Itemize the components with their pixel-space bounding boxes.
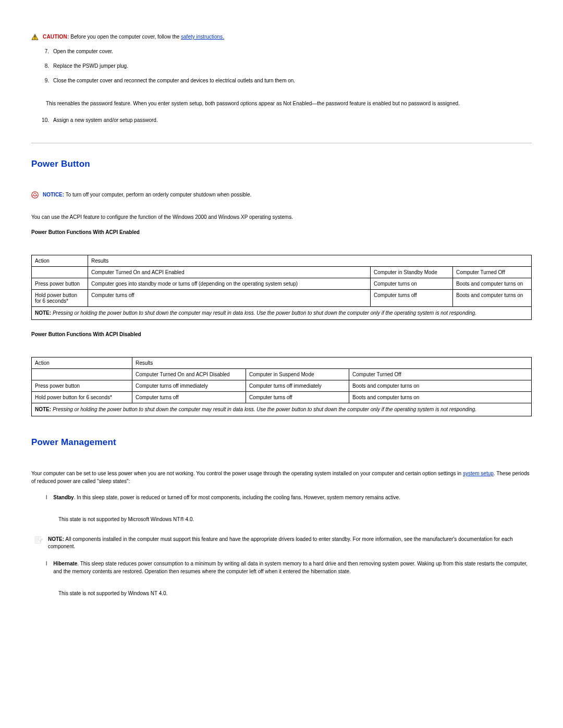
step-9-followup: This reenables the password feature. Whe… [46, 100, 532, 107]
acpi-intro: You can use the ACPI feature to configur… [31, 213, 532, 221]
hdr-results: Results [88, 255, 532, 267]
notice-label: NOTICE: [43, 192, 64, 198]
table-subheader-row: Computer Turned On and ACPI Disabled Com… [32, 369, 532, 380]
svg-rect-6 [35, 537, 41, 543]
table-header-row: Action Results [32, 255, 532, 267]
step-8: 8. Replace the PSWD jumper plug. [42, 63, 532, 70]
caution-triangle-icon [31, 34, 39, 40]
acpi-disabled-table: Action Results Computer Turned On and AC… [31, 357, 532, 416]
steps-list-2: 10. Assign a new system and/or setup pas… [31, 117, 532, 124]
caution-text: CAUTION: Before you open the computer co… [43, 33, 532, 41]
sub-standby: Computer in Standby Mode [371, 267, 453, 278]
table-subheader-row: Computer Turned On and ACPI Enabled Comp… [32, 267, 532, 278]
table-note-row: NOTE: Pressing or holding the power butt… [32, 307, 532, 320]
table-row: Press power button Computer goes into st… [32, 278, 532, 290]
sub-off: Computer Turned Off [453, 267, 532, 278]
sub-standby: Computer in Suspend Mode [246, 369, 349, 380]
caution-label: CAUTION: [43, 34, 69, 40]
steps-list: 7. Open the computer cover. 8. Replace t… [31, 48, 532, 84]
sub-off: Computer Turned Off [349, 369, 532, 380]
hdr-results: Results [132, 357, 532, 369]
bullet-icon: l [46, 493, 47, 501]
safety-instructions-link[interactable]: safety instructions. [181, 34, 224, 40]
pm-note-label: NOTE: [48, 536, 64, 542]
table-row: Hold power button for 6 seconds* Compute… [32, 290, 532, 307]
acpi-enabled-table: Action Results Computer Turned On and AC… [31, 255, 532, 320]
hibernate-name: Hibernate [53, 561, 77, 566]
hdr-action: Action [32, 357, 132, 369]
standby-name: Standby [53, 495, 74, 500]
standby-nt-note: This state is not supported by Microsoft… [58, 516, 532, 523]
bullet-icon: l [46, 560, 47, 575]
hdr-action: Action [32, 255, 88, 267]
svg-rect-1 [34, 35, 35, 38]
power-button-heading: Power Button [31, 159, 532, 169]
standby-bullet: l Standby. In this sleep state, power is… [46, 493, 532, 523]
notice-circle-icon [31, 191, 39, 199]
sub-on: Computer Turned On and ACPI Enabled [88, 267, 371, 278]
divider [31, 143, 532, 143]
table1-caption: Power Button Functions With ACPI Enabled [31, 229, 532, 235]
table-header-row: Action Results [32, 357, 532, 369]
pm-note-text: NOTE: All components installed in the co… [48, 536, 532, 550]
table-row: Press power button Computer turns off im… [32, 380, 532, 392]
table-note-row: NOTE: Pressing or holding the power butt… [32, 403, 532, 416]
step-10: 10. Assign a new system and/or setup pas… [42, 117, 532, 124]
hibernate-nt-note: This state is not supported by Windows N… [58, 590, 532, 597]
power-management-heading: Power Management [31, 437, 532, 448]
step-9: 9. Close the computer cover and reconnec… [42, 77, 532, 84]
svg-rect-2 [34, 39, 35, 39]
notice-text: NOTICE: To turn off your computer, perfo… [43, 191, 532, 199]
note-document-icon [34, 536, 44, 544]
caution-block: CAUTION: Before you open the computer co… [31, 33, 532, 41]
sub-on: Computer Turned On and ACPI Disabled [132, 369, 246, 380]
table-note-label: NOTE: [35, 310, 51, 316]
table-note-label: NOTE: [35, 406, 51, 412]
pm-intro: Your computer can be set to use less pow… [31, 470, 532, 485]
notice-block: NOTICE: To turn off your computer, perfo… [31, 191, 532, 199]
pm-note-block: NOTE: All components installed in the co… [34, 536, 532, 550]
table-row: Hold power button for 6 seconds* Compute… [32, 392, 532, 403]
table2-caption: Power Button Functions With ACPI Disable… [31, 331, 532, 337]
hibernate-bullet: l Hibernate. This sleep state reduces po… [46, 560, 532, 597]
step-7: 7. Open the computer cover. [42, 48, 532, 55]
system-setup-link[interactable]: system setup [463, 471, 494, 476]
